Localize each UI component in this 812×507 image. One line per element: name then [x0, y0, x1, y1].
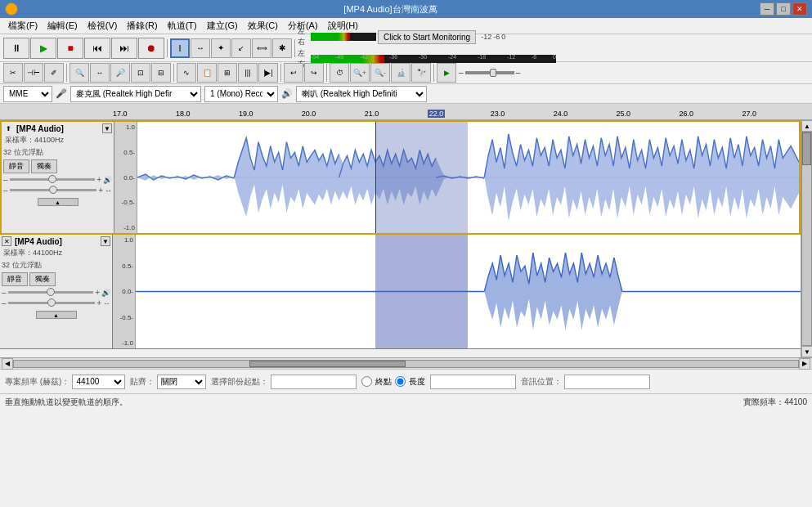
- track1-dropdown[interactable]: ▼: [102, 123, 112, 133]
- record-button[interactable]: ⏺: [138, 38, 164, 59]
- selection-start-input[interactable]: 00 h 00 m 21.273 s: [271, 375, 357, 389]
- monitoring-button[interactable]: Click to Start Monitoring: [378, 30, 476, 44]
- track2-waveform-display[interactable]: [136, 235, 801, 348]
- volume-plus-1: +: [96, 175, 101, 184]
- volume-icon-2: 🔊: [101, 289, 110, 297]
- snap-select[interactable]: 關閉: [157, 375, 206, 389]
- vertical-scrollbar[interactable]: ▲ ▼: [801, 120, 812, 357]
- input-device-select[interactable]: 麥克風 (Realtek High Defir: [70, 86, 201, 102]
- track2-dropdown[interactable]: ▼: [101, 236, 110, 246]
- menu-edit[interactable]: 編輯(E): [43, 18, 83, 34]
- scale-neg0.5: -0.5-: [114, 199, 137, 206]
- silence-btn[interactable]: ✐: [44, 63, 64, 83]
- track1-waveform[interactable]: 1.0 0.5- 0.0- -0.5- -1.0: [114, 122, 799, 233]
- track-header-2: ✕ [MP4 Audio] ▼: [2, 236, 110, 246]
- envelope-draw-btn[interactable]: ∿: [177, 63, 196, 83]
- clipboard-btn[interactable]: 📋: [197, 63, 217, 83]
- track2-waveform[interactable]: 1.0 0.5- 0.0- -0.5- -1.0: [113, 235, 801, 348]
- split-btn[interactable]: ⊣⊢: [24, 63, 43, 83]
- play2-btn[interactable]: ▶: [437, 63, 456, 83]
- waveform-scale-2: 1.0 0.5- 0.0- -0.5- -1.0: [113, 235, 136, 348]
- zoom-fit-btn[interactable]: ↔: [90, 63, 110, 83]
- loop-btn[interactable]: ⏱: [330, 63, 349, 83]
- track-select-cursor[interactable]: ⬆: [3, 123, 13, 133]
- track2-solo[interactable]: 獨奏: [29, 272, 56, 286]
- radio-length[interactable]: [395, 376, 406, 387]
- redo-btn[interactable]: ↪: [304, 63, 324, 83]
- zoomin2-btn[interactable]: 🔍+: [350, 63, 370, 83]
- zoomout2-btn[interactable]: 🔍-: [370, 63, 390, 83]
- menu-tracks[interactable]: 軌道(T): [163, 18, 202, 34]
- track1-waveform-display[interactable]: [137, 122, 799, 233]
- project-rate-select[interactable]: 44100: [72, 375, 125, 389]
- track2-pan-slider[interactable]: [8, 302, 96, 304]
- output-device-select[interactable]: 喇叭 (Realtek High Definiti: [296, 86, 427, 102]
- minimize-button[interactable]: ─: [760, 2, 774, 16]
- spectral-btn[interactable]: |||: [238, 63, 258, 83]
- channel-select[interactable]: 1 (Mono) Reco: [204, 86, 278, 102]
- track1-mute[interactable]: 靜音: [3, 159, 29, 173]
- track1-solo[interactable]: 獨奏: [31, 159, 57, 173]
- ruler-mark-19: 19.0: [239, 110, 253, 118]
- menu-generate[interactable]: 建立(G): [202, 18, 243, 34]
- project-rate-label: 專案頻率 (赫茲)：: [5, 376, 70, 388]
- timeline-ruler[interactable]: 17.0 18.0 19.0 20.0 21.0 22.0 23.0 24.0 …: [0, 104, 812, 120]
- zoom3-btn[interactable]: 🔬: [391, 63, 410, 83]
- undo-btn[interactable]: ↩: [284, 63, 303, 83]
- menu-record[interactable]: 播錄(R): [122, 18, 162, 34]
- track1-collapse-btn[interactable]: ▲: [38, 198, 79, 206]
- multi-tool[interactable]: ✱: [272, 38, 292, 58]
- pause-button[interactable]: ⏸: [3, 38, 29, 59]
- menu-effects[interactable]: 效果(C): [243, 18, 283, 34]
- track1-pan-slider[interactable]: [10, 189, 97, 191]
- radio-end-label[interactable]: 終點: [375, 376, 392, 388]
- hscroll-track[interactable]: [13, 360, 799, 368]
- maximize-button[interactable]: □: [776, 2, 791, 16]
- play-button[interactable]: ▶: [30, 38, 56, 59]
- hscroll-thumb[interactable]: [249, 361, 406, 367]
- menu-view[interactable]: 檢視(V): [83, 18, 123, 34]
- zoom-in-btn[interactable]: 🔍: [70, 63, 89, 83]
- track2-collapse-btn[interactable]: ▲: [36, 311, 77, 319]
- vscroll-thumb[interactable]: [802, 132, 811, 165]
- ruler-content: 17.0 18.0 19.0 20.0 21.0 22.0 23.0 24.0 …: [113, 104, 812, 119]
- draw-tool[interactable]: ✦: [211, 38, 231, 58]
- zoom-tool[interactable]: ↙: [231, 38, 251, 58]
- stop-button[interactable]: ■: [57, 38, 83, 59]
- zoom-sel-btn[interactable]: ⊡: [131, 63, 150, 83]
- zoom-out-btn[interactable]: 🔎: [110, 63, 130, 83]
- track2-mute[interactable]: 靜音: [2, 272, 28, 286]
- level-bar-right-bg: -54 -48 -42 -36 -30 -24 -18 -12 -6 0: [311, 55, 556, 63]
- vscroll-track[interactable]: [801, 132, 812, 346]
- align-btn[interactable]: ⊞: [218, 63, 237, 83]
- vscroll-down[interactable]: ▼: [801, 346, 812, 357]
- audio-api-select[interactable]: MME: [3, 86, 52, 102]
- speed-slider[interactable]: [465, 71, 514, 74]
- track2-volume-row: – + 🔊: [2, 288, 110, 297]
- vscroll-up[interactable]: ▲: [801, 120, 812, 132]
- zoom4-btn[interactable]: 🔭: [411, 63, 431, 83]
- selection-length-input[interactable]: 00 h 00 m 01.486 s: [430, 375, 516, 389]
- horizontal-scrollbar[interactable]: ◀ ▶: [0, 357, 812, 369]
- radio-end[interactable]: [361, 376, 372, 387]
- track2-close[interactable]: ✕: [2, 236, 11, 246]
- hscroll-right[interactable]: ▶: [799, 358, 810, 370]
- close-button[interactable]: ✕: [792, 2, 807, 16]
- spectral2-btn[interactable]: |▶|: [258, 63, 278, 83]
- skip-start-button[interactable]: ⏮: [84, 38, 110, 59]
- envelope-tool[interactable]: ↔: [191, 38, 210, 58]
- track2-volume-slider[interactable]: [8, 291, 94, 294]
- zoom-wave-btn[interactable]: ⊟: [151, 63, 171, 83]
- selection-tool[interactable]: I: [170, 38, 190, 58]
- volume-minus-1: –: [3, 175, 8, 184]
- track1-volume-slider[interactable]: [10, 178, 96, 181]
- radio-length-label[interactable]: 長度: [409, 376, 425, 388]
- track2-volume-thumb: [47, 288, 55, 296]
- hscroll-left[interactable]: ◀: [2, 358, 13, 370]
- skip-end-button[interactable]: ⏭: [111, 38, 137, 59]
- trim-btn[interactable]: ✂: [3, 63, 23, 83]
- ruler-mark-17: 17.0: [113, 110, 128, 118]
- timeshift-tool[interactable]: ⟺: [252, 38, 271, 58]
- audio-position-input[interactable]: 00 h 00 m 00.000 s: [564, 375, 650, 389]
- menu-file[interactable]: 檔案(F): [3, 18, 43, 34]
